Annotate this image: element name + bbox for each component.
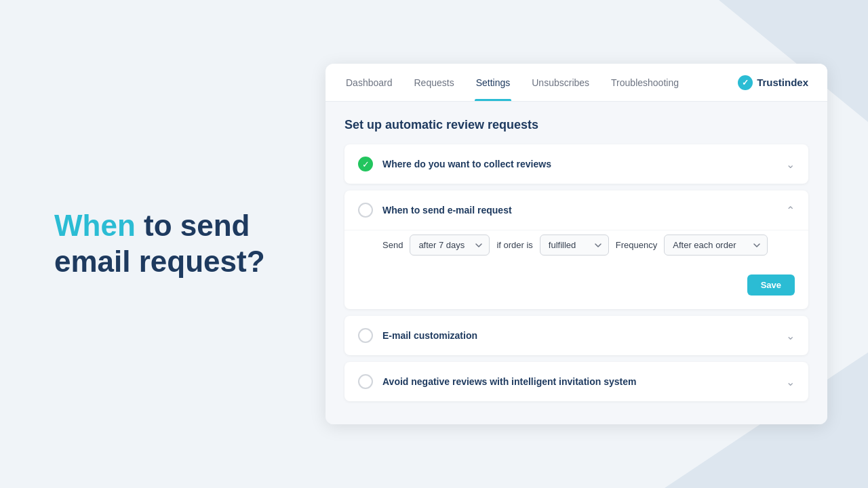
accordion-email-customization-left: E-mail customization	[358, 328, 477, 343]
accordion-collect-reviews-title: Where do you want to collect reviews	[382, 159, 551, 169]
send-label: Send	[382, 240, 403, 250]
chevron-down-icon-2: ⌄	[786, 329, 795, 342]
tab-unsubscribes[interactable]: Unsubscribes	[530, 64, 591, 101]
section-title: Set up automatic review requests	[344, 118, 808, 132]
order-status-select[interactable]: fulfilled pending completed any	[540, 235, 609, 256]
accordion-avoid-negative-title: Avoid negative reviews with intelligent …	[382, 376, 636, 387]
accordion-avoid-negative: Avoid negative reviews with intelligent …	[344, 362, 808, 401]
accordion-email-customization-header[interactable]: E-mail customization ⌄	[344, 316, 808, 355]
content-area: Set up automatic review requests ✓ Where…	[326, 102, 827, 424]
accordion-collect-reviews: ✓ Where do you want to collect reviews ⌄	[344, 144, 808, 184]
heading-line1-rest: to send	[136, 209, 250, 242]
chevron-down-icon-3: ⌄	[786, 375, 795, 388]
accordion-email-customization: E-mail customization ⌄	[344, 316, 808, 355]
trustindex-check-icon: ✓	[738, 75, 753, 90]
frequency-select[interactable]: After each order Once per customer Once …	[664, 235, 768, 256]
delay-select[interactable]: after 7 days after 3 days after 14 days …	[410, 235, 490, 256]
accordion-avoid-negative-left: Avoid negative reviews with intelligent …	[358, 374, 636, 389]
tab-requests[interactable]: Requests	[413, 64, 456, 101]
accordion-when-to-send: When to send e-mail request ⌃ Send after…	[344, 190, 808, 309]
step-icon-inactive-2	[358, 328, 373, 343]
nav-bar: Dashboard Requests Settings Unsubscribes…	[326, 64, 827, 102]
accordion-collect-reviews-header[interactable]: ✓ Where do you want to collect reviews ⌄	[344, 144, 808, 184]
chevron-up-icon: ⌃	[786, 204, 795, 217]
accordion-email-customization-title: E-mail customization	[382, 330, 477, 341]
trustindex-logo: ✓ Trustindex	[738, 75, 808, 90]
save-row: Save	[382, 265, 795, 296]
nav-tabs: Dashboard Requests Settings Unsubscribes…	[344, 64, 680, 101]
accordion-when-to-send-left: When to send e-mail request	[358, 203, 512, 218]
accordion-avoid-negative-header[interactable]: Avoid negative reviews with intelligent …	[344, 362, 808, 401]
heading-line2: email request?	[54, 245, 265, 278]
accordion-collect-reviews-left: ✓ Where do you want to collect reviews	[358, 157, 551, 171]
save-button[interactable]: Save	[747, 274, 795, 296]
chevron-down-icon: ⌄	[786, 158, 795, 171]
accordion-when-to-send-header[interactable]: When to send e-mail request ⌃	[344, 190, 808, 230]
send-row: Send after 7 days after 3 days after 14 …	[382, 235, 795, 256]
tab-troubleshooting[interactable]: Troubleshooting	[610, 64, 680, 101]
heading-highlight: When	[54, 209, 136, 242]
step-icon-inactive	[358, 203, 373, 218]
if-order-is-label: if order is	[496, 240, 532, 250]
step-icon-inactive-3	[358, 374, 373, 389]
step-icon-completed: ✓	[358, 157, 373, 171]
main-panel: Dashboard Requests Settings Unsubscribes…	[326, 64, 827, 424]
tab-settings[interactable]: Settings	[475, 64, 512, 101]
frequency-label: Frequency	[616, 240, 657, 250]
left-heading: When to send email request?	[54, 208, 265, 280]
tab-dashboard[interactable]: Dashboard	[344, 64, 394, 101]
accordion-when-to-send-body: Send after 7 days after 3 days after 14 …	[344, 230, 808, 309]
accordion-when-to-send-title: When to send e-mail request	[382, 205, 512, 216]
